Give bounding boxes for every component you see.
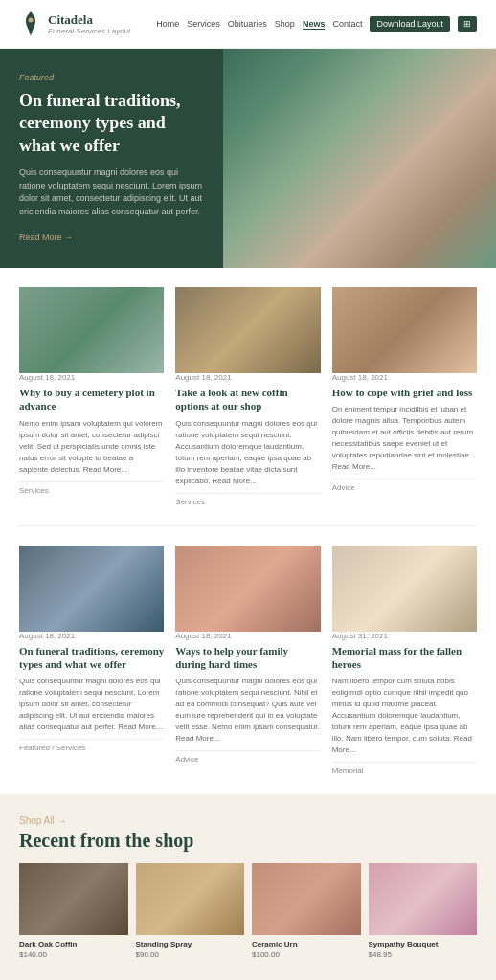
- shop-item-1-image: [19, 863, 128, 935]
- blog-card-6-desc: Nam libero tempor cum soluta nobis eolig…: [332, 676, 477, 756]
- featured-label: Featured: [19, 73, 204, 82]
- shop-item-4-name: Sympathy Bouquet: [369, 940, 478, 948]
- shop-item-1-price: $140.00: [19, 950, 128, 959]
- nav-icon-btn[interactable]: ⊞: [458, 16, 477, 32]
- shop-item-3-price: $100.00: [252, 950, 361, 959]
- blog-card-6-date: August 31, 2021: [332, 632, 477, 640]
- logo-icon: [19, 10, 42, 38]
- shop-section-title: Recent from the shop: [19, 830, 477, 852]
- blog-card-4: August 18, 2021 On funeral traditions, c…: [19, 546, 164, 776]
- blog-card-2: August 18, 2021 Take a look at new coffi…: [175, 287, 320, 506]
- blog-card-5-title[interactable]: Ways to help your family during hard tim…: [175, 644, 320, 672]
- shop-item-2[interactable]: Standing Spray $90.00: [136, 863, 245, 959]
- blog-card-5-image: [175, 546, 320, 632]
- blog-card-4-title[interactable]: On funeral traditions, ceremony types an…: [19, 644, 164, 672]
- shop-item-2-image: [136, 863, 245, 935]
- nav-download[interactable]: Download Layout: [370, 16, 450, 32]
- shop-item-4-price: $48.95: [369, 950, 478, 959]
- blog-grid-1: August 18, 2021 Why to buy a cemetery pl…: [19, 287, 477, 506]
- blog-card-3-date: August 18, 2021: [332, 373, 477, 382]
- blog-section-2: August 18, 2021 On funeral traditions, c…: [0, 526, 496, 795]
- nav-news[interactable]: News: [303, 19, 326, 30]
- nav-contact[interactable]: Contact: [332, 19, 362, 29]
- blog-grid-2: August 18, 2021 On funeral traditions, c…: [19, 546, 477, 776]
- blog-card-5: August 18, 2021 Ways to help your family…: [175, 546, 320, 776]
- featured-image: [223, 49, 496, 268]
- svg-point-0: [29, 18, 34, 23]
- shop-item-4[interactable]: Sympathy Bouquet $48.95: [369, 863, 478, 959]
- blog-section-1: August 18, 2021 Why to buy a cemetery pl…: [0, 268, 496, 525]
- blog-card-5-date: August 18, 2021: [175, 632, 320, 640]
- site-header: Citadela Funeral Services Layout Home Se…: [0, 0, 496, 49]
- blog-card-1-tag[interactable]: Services: [19, 481, 164, 495]
- shop-item-3[interactable]: Ceramic Urn $100.00: [252, 863, 361, 959]
- shop-item-3-image: [252, 863, 361, 935]
- blog-card-2-title[interactable]: Take a look at new coffin options at our…: [175, 386, 320, 413]
- blog-card-5-tag[interactable]: Advice: [175, 750, 320, 764]
- blog-card-2-date: August 18, 2021: [175, 373, 320, 382]
- logo-subtitle: Funeral Services Layout: [48, 27, 130, 35]
- shop-item-1[interactable]: Dark Oak Coffin $140.00: [19, 863, 128, 959]
- blog-card-6-title[interactable]: Memorial mass for the fallen heroes: [332, 644, 477, 672]
- shop-item-1-name: Dark Oak Coffin: [19, 940, 128, 948]
- logo-name: Citadela: [48, 12, 130, 28]
- blog-card-3-title[interactable]: How to cope with grief and loss: [332, 386, 477, 399]
- blog-card-6-tag[interactable]: Memorial: [332, 762, 477, 775]
- blog-card-4-image: [19, 546, 164, 632]
- blog-card-2-desc: Quis consequuntur magni dolores eos qui …: [175, 418, 320, 487]
- blog-card-1-desc: Nemo enim ipsam voluptatem qui volorem i…: [19, 418, 164, 476]
- shop-grid: Dark Oak Coffin $140.00 Standing Spray $…: [19, 863, 477, 959]
- shop-item-2-price: $90.00: [136, 950, 245, 959]
- blog-card-4-date: August 18, 2021: [19, 632, 164, 640]
- main-nav: Home Services Obituaries Shop News Conta…: [156, 16, 477, 32]
- shop-section: Shop All → Recent from the shop Dark Oak…: [0, 794, 496, 980]
- blog-card-4-desc: Quis consequuntur magni dolores eos qui …: [19, 676, 164, 733]
- blog-card-6-image: [332, 546, 477, 632]
- featured-read-more[interactable]: Read More →: [19, 233, 73, 242]
- blog-card-1-image: [19, 287, 164, 373]
- featured-section: Featured On funeral traditions, ceremony…: [0, 49, 496, 268]
- blog-card-3: August 18, 2021 How to cope with grief a…: [332, 287, 477, 506]
- blog-card-3-tag[interactable]: Advice: [332, 479, 477, 492]
- blog-card-1: August 18, 2021 Why to buy a cemetery pl…: [19, 287, 164, 506]
- blog-card-3-image: [332, 287, 477, 373]
- shop-item-4-image: [369, 863, 478, 935]
- blog-card-5-desc: Quis consequuntur magni dolores eos qui …: [175, 676, 320, 745]
- featured-text-area: Featured On funeral traditions, ceremony…: [0, 49, 223, 268]
- featured-title: On funeral traditions, ceremony types an…: [19, 90, 204, 157]
- shop-item-3-name: Ceramic Urn: [252, 940, 361, 948]
- blog-card-6: August 31, 2021 Memorial mass for the fa…: [332, 546, 477, 776]
- blog-card-2-image: [175, 287, 320, 373]
- nav-shop[interactable]: Shop: [275, 19, 295, 29]
- nav-home[interactable]: Home: [156, 19, 179, 29]
- featured-description: Quis consequuntur magni dolores eos qui …: [19, 167, 204, 218]
- blog-card-1-date: August 18, 2021: [19, 373, 164, 382]
- shop-item-2-name: Standing Spray: [136, 940, 245, 948]
- blog-card-3-desc: On eniment tempur incidilbis et iuban et…: [332, 404, 477, 473]
- blog-card-2-tag[interactable]: Services: [175, 493, 320, 506]
- shop-all-link[interactable]: Shop All →: [19, 815, 66, 826]
- blog-card-4-tag[interactable]: Featured / Services: [19, 739, 164, 752]
- blog-card-1-title[interactable]: Why to buy a cemetery plot in advance: [19, 386, 164, 413]
- logo-area: Citadela Funeral Services Layout: [19, 10, 130, 38]
- nav-obituaries[interactable]: Obituaries: [228, 19, 267, 29]
- nav-services[interactable]: Services: [187, 19, 220, 29]
